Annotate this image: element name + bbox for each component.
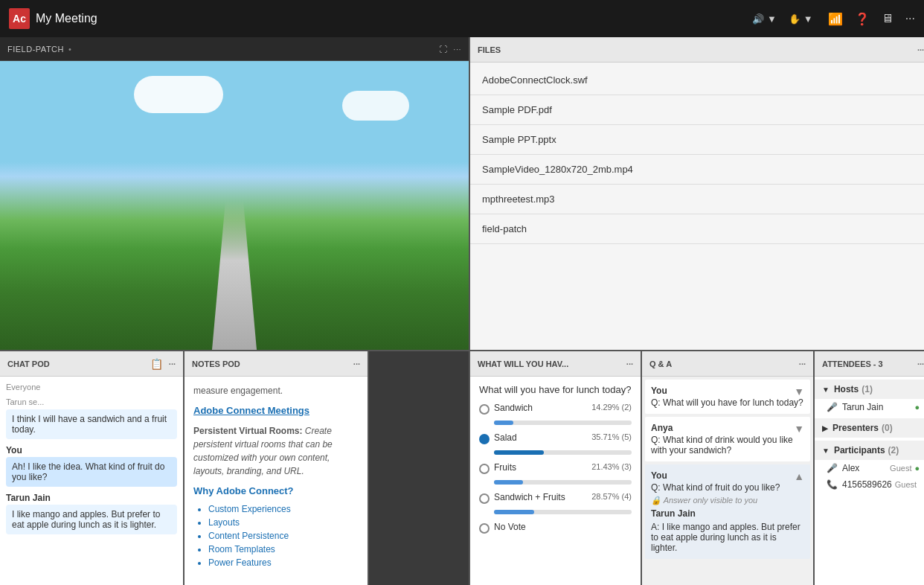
attendee-signal-2-0: ● — [914, 464, 920, 473]
bottom-right-area: WHAT WILL YOU HAV... ··· What will you h… — [469, 350, 924, 585]
poll-bar-2 — [479, 480, 632, 485]
fullscreen-icon[interactable]: ⛶ — [439, 45, 448, 54]
chat-pod-header: CHAT POD 📋 ··· — [0, 351, 183, 377]
notes-pod-title: NOTES POD — [192, 359, 240, 368]
chat-pod-title: CHAT POD — [7, 359, 50, 368]
video-pod-header: FIELD-PATCH • ⛶ ··· — [0, 37, 469, 61]
chat-history-icon[interactable]: 📋 — [150, 358, 163, 370]
main-layout: FIELD-PATCH • ⛶ ··· CHAT POD 📋 — [0, 37, 924, 585]
section-count-0: (1) — [862, 384, 873, 394]
qa-more-icon[interactable]: ··· — [799, 359, 806, 368]
file-item-3[interactable]: Sample PPT.pptx — [470, 125, 924, 155]
attendees-section-header-0[interactable]: ▼Hosts(1) — [815, 380, 924, 399]
attendees-pod: ATTENDEES - 3 ··· ▼Hosts(1)🎤Tarun Jain●▶… — [814, 351, 924, 585]
file-item-1[interactable]: AdobeConnectClock.swf — [470, 65, 924, 95]
poll-radio-1[interactable] — [479, 434, 490, 444]
file-item-5[interactable]: mpthreetest.mp3 — [470, 185, 924, 214]
poll-bar-1 — [479, 450, 632, 455]
qa-expand-2[interactable]: ▲ — [794, 470, 804, 482]
chat-tarun-label: Tarun Jain — [6, 493, 177, 503]
notes-list-item-4: Room Templates — [208, 544, 359, 554]
section-label-2: Participants — [834, 445, 885, 455]
audio-control[interactable]: 🔊 ▼ — [752, 13, 777, 25]
poll-option-label-1: Salad — [494, 432, 588, 443]
section-label-1: Presenters — [832, 423, 879, 433]
notes-why-title: Why Adobe Connect? — [193, 484, 359, 499]
attendees-more-icon[interactable]: ··· — [917, 359, 924, 368]
qa-pod: Q & A ··· YouQ: What will you have for l… — [641, 351, 814, 585]
attendees-content: ▼Hosts(1)🎤Tarun Jain●▶Presenters(0)▼Part… — [815, 377, 924, 585]
poll-option-0: Sandwich14.29% (2) — [479, 403, 632, 425]
qa-item-2[interactable]: YouQ: What kind of fruit do you like?▲🔒 … — [645, 464, 810, 559]
notes-link[interactable]: Adobe Connect Meetings — [193, 405, 309, 416]
bottom-pods-row: CHAT POD 📋 ··· Everyone Tarun se... I th… — [0, 350, 469, 585]
poll-radio-2[interactable] — [479, 464, 490, 474]
poll-option-pct-2: 21.43% (3) — [591, 462, 632, 471]
file-item-2[interactable]: Sample PDF.pdf — [470, 95, 924, 125]
qa-question-1: Q: What kind of drink would you like wit… — [651, 435, 804, 455]
top-bar-controls: 🔊 ▼ ✋ ▼ — [752, 13, 813, 25]
poll-option-pct-3: 28.57% (4) — [591, 492, 632, 501]
cloud-2 — [342, 91, 409, 121]
help-icon[interactable]: ❓ — [855, 12, 870, 26]
poll-option-label-0: Sandwich — [494, 403, 588, 413]
poll-radio-0[interactable] — [479, 404, 490, 415]
poll-radio-3[interactable] — [479, 493, 490, 504]
poll-more-icon[interactable]: ··· — [626, 359, 633, 368]
qa-answered-by-2: Tarun Jain — [651, 508, 804, 519]
attendees-section-header-2[interactable]: ▼Participants(2) — [815, 441, 924, 460]
notes-content: measure engagement. Adobe Connect Meetin… — [185, 377, 368, 585]
video-pod-dot: • — [68, 45, 71, 54]
notes-intro: measure engagement. — [193, 384, 359, 397]
qa-name-0: You — [651, 386, 804, 396]
attendees-section-2: ▼Participants(2)🎤AlexGuest●📞4156589626Gu… — [815, 441, 924, 493]
road — [212, 201, 257, 350]
section-count-2: (2) — [888, 445, 899, 455]
attendees-section-0: ▼Hosts(1)🎤Tarun Jain● — [815, 380, 924, 415]
qa-item-0[interactable]: YouQ: What will you have for lunch today… — [645, 380, 810, 414]
notes-list-item-1: Custom Experiences — [208, 504, 359, 514]
attendee-tag-2-0: Guest — [890, 464, 911, 473]
poll-option-label-4: No Vote — [494, 522, 629, 532]
qa-expand-1[interactable]: ▼ — [794, 423, 804, 435]
top-bar: Ac My Meeting 🔊 ▼ ✋ ▼ 📶 ❓ 🖥 ··· — [0, 0, 924, 37]
speaker-icon: 🔊 — [752, 13, 764, 25]
meeting-title: My Meeting — [36, 12, 97, 25]
poll-radio-4[interactable] — [479, 523, 490, 534]
qa-pod-header: Q & A ··· — [642, 351, 813, 377]
poll-options: Sandwich14.29% (2)Salad35.71% (5)Fruits2… — [479, 403, 632, 534]
hand-icon: ✋ — [789, 13, 801, 25]
attendee-name-2-0: Alex — [842, 463, 887, 473]
chat-content: Everyone Tarun se... I think I will have… — [0, 377, 183, 585]
qa-question-0: Q: What will you have for lunch today? — [651, 397, 804, 408]
video-more-icon[interactable]: ··· — [453, 45, 461, 54]
qa-expand-0[interactable]: ▼ — [794, 386, 804, 397]
files-more-icon[interactable]: ··· — [917, 45, 924, 54]
mic-icon-0-0: 🎤 — [827, 402, 838, 412]
video-pod: FIELD-PATCH • ⛶ ··· — [0, 37, 469, 350]
files-pod-header: FILES ··· — [470, 37, 924, 63]
notes-more-icon[interactable]: ··· — [353, 359, 360, 368]
notes-list-item-3: Content Persistence — [208, 531, 359, 541]
chat-more-icon[interactable]: ··· — [169, 359, 176, 368]
audio-dropdown-icon[interactable]: ▼ — [767, 13, 777, 25]
attendees-pod-header: ATTENDEES - 3 ··· — [815, 351, 924, 377]
chevron-icon-1: ▶ — [822, 424, 828, 432]
files-content: AdobeConnectClock.swf Sample PDF.pdf Sam… — [470, 63, 924, 247]
poll-pod-title: WHAT WILL YOU HAV... — [478, 359, 568, 368]
attendee-signal-0-0: ● — [914, 403, 920, 412]
attendees-section-1: ▶Presenters(0) — [815, 418, 924, 438]
file-item-6[interactable]: field-patch — [470, 214, 924, 244]
qa-item-1[interactable]: AnyaQ: What kind of drink would you like… — [645, 417, 810, 461]
hand-control[interactable]: ✋ ▼ — [789, 13, 813, 25]
file-item-4[interactable]: SampleVideo_1280x720_2mb.mp4 — [470, 155, 924, 185]
signal-icon: 📶 — [828, 12, 843, 26]
poll-pod-header: WHAT WILL YOU HAV... ··· — [470, 351, 641, 377]
qa-question-2: Q: What kind of fruit do you like? — [651, 482, 804, 493]
more-options-icon[interactable]: ··· — [905, 12, 915, 25]
hand-dropdown-icon[interactable]: ▼ — [803, 13, 813, 25]
mic-icon-2-0: 🎤 — [827, 463, 838, 473]
attendees-section-header-1[interactable]: ▶Presenters(0) — [815, 418, 924, 438]
attendee-name-2-1: 4156589626 — [842, 479, 892, 490]
monitor-icon[interactable]: 🖥 — [882, 12, 893, 25]
